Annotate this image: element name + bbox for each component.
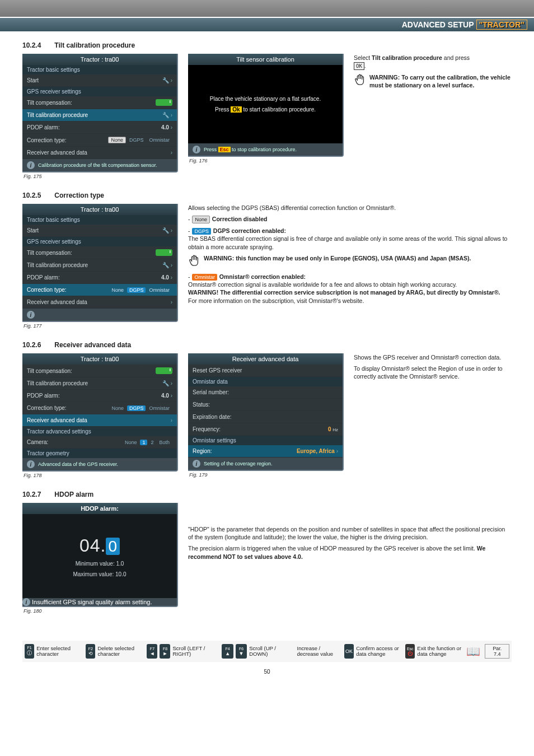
option-dgps: DGPS	[127, 137, 146, 143]
group-omnistar-data: Omnistar data	[188, 377, 343, 386]
group-gps: GPS receiver settings	[22, 87, 177, 96]
wrench-icon: 🔧 ›	[162, 380, 172, 386]
f6-key-icon: F6▼	[236, 644, 247, 659]
item-reset-gps[interactable]: Reset GPS receiver	[188, 365, 343, 377]
footer-text: Calibration procedure of the tilt compen…	[38, 162, 157, 168]
item-correction-type[interactable]: Correction type: NoneDGPSOmnistar	[22, 134, 177, 147]
item-receiver-adv[interactable]: Receiver advanced data ›	[22, 296, 177, 309]
info-icon: i	[27, 460, 35, 468]
fig-label-175: Fig. 175	[24, 174, 178, 179]
option-dgps-active: DGPS	[127, 405, 146, 411]
footer-text: Insufficient GPS signal quality alarm se…	[32, 599, 152, 605]
header-title-prefix: ADVANCED SETUP	[402, 20, 474, 29]
label: Correction type:	[27, 405, 67, 411]
item-start[interactable]: Start 🔧 ›	[22, 225, 177, 237]
item-receiver-adv-selected[interactable]: Receiver advanced data ›	[22, 414, 177, 427]
hdop-value[interactable]: 04.0	[79, 535, 120, 556]
panel-title: Tilt sensor calibration	[188, 54, 343, 65]
toggle-on-icon[interactable]	[156, 367, 172, 374]
label: Region:	[193, 448, 212, 454]
panel-fig180: HDOP alarm: 04.0 Minimum value: 1.0 Maxi…	[22, 503, 178, 607]
esc-key-icon: Esc⏻	[405, 644, 415, 659]
legend-f1: F1ⓘ Enter selected character	[25, 644, 81, 659]
item-serial-number: Serial number:	[188, 386, 343, 399]
info-icon: i	[22, 598, 30, 606]
section-num: 10.2.5	[22, 192, 47, 199]
selected-digit: 0	[106, 538, 120, 555]
section-10-2-7-heading: 10.2.7 HDOP alarm	[22, 491, 512, 498]
side-text-1025: Allows selecting the DGPS (SBAS) differe…	[188, 204, 512, 308]
fig-label-178: Fig. 178	[24, 473, 178, 478]
footer-text: Setting of the coverage region.	[204, 461, 273, 466]
hand-warning-icon	[188, 254, 200, 268]
fig-label-179: Fig. 179	[189, 472, 344, 478]
item-expiration: Expiration date:	[188, 411, 343, 423]
toggle-on-icon[interactable]	[156, 99, 172, 106]
max-value: Maximum value: 10.0	[73, 571, 126, 577]
warning-text: WARNING: To carry out the calibration, t…	[369, 73, 512, 89]
label: PDOP alarm:	[27, 393, 60, 399]
item-region-selected[interactable]: Region: Europe, Africa ›	[188, 445, 343, 458]
label: Serial number:	[193, 389, 229, 395]
label: Expiration date:	[193, 414, 232, 420]
wrench-icon: 🔧 ›	[162, 112, 172, 118]
label: PDOP alarm:	[27, 124, 60, 130]
item-tilt-cal[interactable]: Tilt calibration procedure 🔧 ›	[22, 259, 177, 272]
group-basic: Tractor basic settings	[22, 65, 177, 74]
panel-footer: i Insufficient GPS signal quality alarm …	[22, 598, 177, 606]
info-icon: i	[27, 161, 35, 169]
item-tilt-cal[interactable]: Tilt calibration procedure 🔧 ›	[22, 377, 177, 390]
item-tilt-comp[interactable]: Tilt compensation:	[22, 365, 177, 377]
item-start[interactable]: Start 🔧 ›	[22, 74, 177, 87]
item-receiver-adv[interactable]: Receiver advanced data ›	[22, 147, 177, 159]
panel-title: Tractor : tra00	[22, 54, 177, 65]
info-icon: i	[193, 146, 200, 153]
option-none: None	[109, 287, 126, 293]
toggle-on-icon[interactable]	[156, 249, 172, 256]
label: Tilt compensation:	[27, 250, 72, 256]
f7-key-icon: F7◄	[147, 644, 157, 659]
ok-key-icon: Ok	[231, 106, 241, 113]
group-basic: Tractor basic settings	[22, 215, 177, 225]
item-correction-type[interactable]: Correction type: NoneDGPSOmnistar	[22, 402, 177, 414]
page-number: 50	[22, 669, 512, 675]
header-bar-top	[0, 0, 534, 17]
header-bar-title: ADVANCED SETUP "TRACTOR"	[0, 18, 534, 31]
calib-line2: Press Ok to start calibration procedure.	[215, 106, 316, 113]
option-omnistar: Omnistar	[147, 405, 172, 411]
label: Correction type:	[27, 287, 67, 293]
wrench-icon: 🔧 ›	[162, 262, 172, 268]
item-pdop[interactable]: PDOP alarm: 4.0 ›	[22, 122, 177, 134]
item-tilt-cal-selected[interactable]: Tilt calibration procedure 🔧 ›	[22, 109, 177, 122]
legend-scroll-lr: F7◄ F8► Scroll (LEFT / RIGHT)	[147, 644, 217, 659]
fig-label-177: Fig. 177	[24, 323, 178, 329]
badge-none: None	[192, 216, 210, 223]
item-frequency: Frequency: 0 Hz	[188, 423, 343, 436]
badge-dgps: DGPS	[192, 228, 211, 235]
side-text-1026: Shows the GPS receiver and Omnistar® cor…	[354, 353, 512, 384]
unit: Hz	[332, 427, 338, 432]
panel-fig179: Receiver advanced data Reset GPS receive…	[188, 353, 344, 471]
option-both: Both	[157, 440, 172, 445]
item-tilt-comp[interactable]: Tilt compensation:	[22, 246, 177, 259]
legend-ok: OK Confirm access or data change	[344, 644, 401, 659]
item-pdop[interactable]: PDOP alarm: 4.0 ›	[22, 272, 177, 284]
esc-key-icon: Esc	[218, 147, 231, 152]
group-advanced: Tractor advanced settings	[22, 427, 177, 436]
value: Europe, Africa	[297, 448, 335, 454]
value: 4.0	[161, 124, 169, 130]
item-camera[interactable]: Camera: None12Both	[22, 436, 177, 449]
item-pdop[interactable]: PDOP alarm: 4.0 ›	[22, 390, 177, 402]
value: 4.0	[161, 393, 169, 399]
chevron-right-icon: ›	[171, 417, 172, 423]
panel-footer: i Calibration procedure of the tilt comp…	[22, 159, 177, 171]
footer-legend: F1ⓘ Enter selected character F2⟲ Delete …	[22, 641, 512, 662]
f4-key-icon: F4▲	[222, 644, 233, 659]
item-tilt-comp[interactable]: Tilt compensation:	[22, 96, 177, 109]
side-text-1024: Select Tilt calibration procedure and pr…	[354, 54, 512, 90]
option-1-active: 1	[140, 440, 147, 445]
section-title: Tilt calibration procedure	[54, 41, 135, 49]
section-title: Receiver advanced data	[54, 341, 131, 349]
item-correction-type-selected[interactable]: Correction type: NoneDGPSOmnistar	[22, 284, 177, 296]
option-dgps-active: DGPS	[127, 287, 146, 293]
